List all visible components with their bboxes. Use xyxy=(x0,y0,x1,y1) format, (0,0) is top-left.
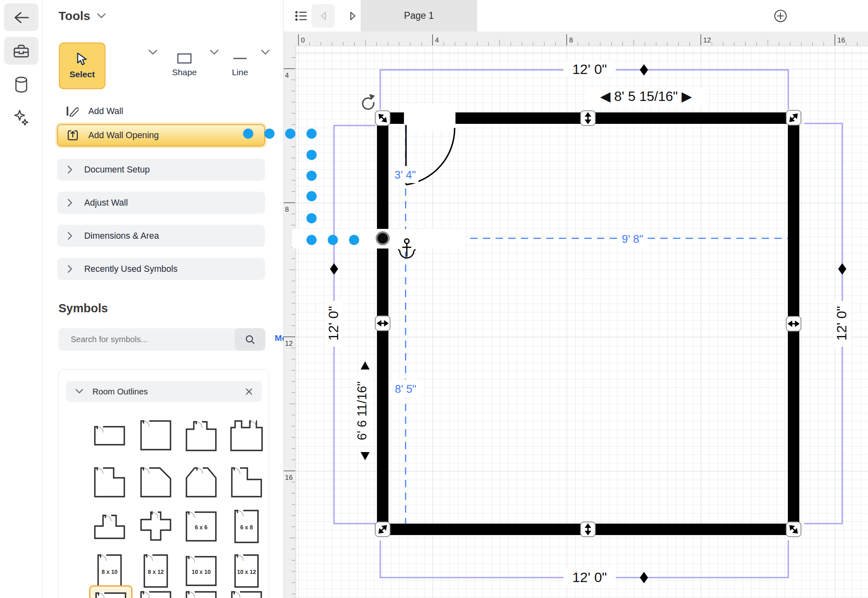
section-label: Recently Used Symbols xyxy=(84,264,177,274)
data-tab[interactable] xyxy=(0,70,42,99)
back-arrow-icon xyxy=(15,13,28,22)
chevron-down-icon xyxy=(97,13,106,19)
next-page-icon xyxy=(350,11,356,20)
svg-text:8 x 10: 8 x 10 xyxy=(102,569,118,575)
section-label: Adjust Wall xyxy=(84,198,128,208)
canvas-grid[interactable] xyxy=(296,46,868,598)
symbol-room-t-shape[interactable] xyxy=(89,506,130,546)
symbol-room-top-bump[interactable] xyxy=(181,414,222,455)
back-button[interactable] xyxy=(0,3,42,32)
section-document-setup[interactable]: Document Setup xyxy=(57,159,265,181)
symbol-room-l-shape[interactable] xyxy=(226,461,267,502)
section-label: Document Setup xyxy=(84,165,150,175)
section-recently-used[interactable]: Recently Used Symbols xyxy=(57,258,265,280)
tool-line[interactable]: Line xyxy=(218,43,262,87)
room-10x10-glyph: 10 x 10 xyxy=(184,553,218,588)
tool-shape[interactable]: Shape xyxy=(162,43,207,87)
room-l-shape-glyph xyxy=(229,464,264,498)
add-wall-label: Add Wall xyxy=(88,106,123,116)
room-rect-wide-glyph xyxy=(92,418,127,452)
toolbox-tab[interactable] xyxy=(0,37,42,65)
search-icon xyxy=(245,334,256,345)
chevron-right-icon xyxy=(67,231,73,240)
symbols-heading: Symbols xyxy=(58,302,108,315)
select-dropdown-chevron[interactable] xyxy=(148,49,158,56)
tab-page-1[interactable]: Page 1 xyxy=(361,0,477,31)
room-double-bump-glyph xyxy=(229,418,264,452)
close-icon[interactable] xyxy=(245,388,253,395)
svg-text:6 x 8: 6 x 8 xyxy=(240,524,253,531)
svg-text:8 x 12: 8 x 12 xyxy=(148,569,164,575)
room-8x10-glyph: 8 x 10 xyxy=(92,553,127,588)
symbol-room-step-corner[interactable] xyxy=(89,461,130,502)
symbol-search-button[interactable] xyxy=(235,328,265,351)
prev-page-button[interactable] xyxy=(312,4,335,27)
section-label: Dimensions & Area xyxy=(84,231,159,241)
chevron-right-icon xyxy=(67,165,73,174)
database-icon xyxy=(14,76,28,93)
prev-page-icon xyxy=(320,11,327,20)
room-cross-glyph xyxy=(139,509,173,543)
room-selected-glyph xyxy=(94,590,128,598)
symbol-room-cross[interactable] xyxy=(135,506,176,546)
tool-select-label: Select xyxy=(70,69,95,79)
tool-select[interactable]: Select xyxy=(59,43,105,89)
symbol-room-double-bump[interactable] xyxy=(226,414,267,455)
vertical-ruler[interactable] xyxy=(284,46,296,598)
page-tab-label: Page 1 xyxy=(404,10,434,21)
add-page-button[interactable] xyxy=(769,4,792,27)
symbol-room-8x10[interactable]: 8 x 10 xyxy=(89,550,130,591)
app-window: { "colors":{"accent_yellow":"#FAD466","y… xyxy=(0,0,868,598)
symbol-room-beveled-corner[interactable] xyxy=(135,461,176,502)
symbol-room-10x12[interactable]: 10 x 12 xyxy=(226,550,267,591)
room-pentagon-glyph xyxy=(184,464,218,498)
add-wall-opening-button[interactable]: Add Wall Opening xyxy=(57,124,265,146)
symbol-room-6x8[interactable]: 6 x 8 xyxy=(226,506,267,546)
sparkles-icon xyxy=(13,110,29,127)
page-list-button[interactable] xyxy=(289,4,313,27)
symbol-room-10x10[interactable]: 10 x 10 xyxy=(181,550,222,591)
section-dimensions-area[interactable]: Dimensions & Area xyxy=(57,225,265,247)
svg-text:10 x 10: 10 x 10 xyxy=(192,569,211,575)
panel-title-row[interactable]: Tools xyxy=(58,9,106,23)
svg-text:6 x 6: 6 x 6 xyxy=(195,524,207,531)
symbol-room[interactable] xyxy=(181,585,222,598)
add-page-icon xyxy=(774,9,787,23)
room-beveled-corner-glyph xyxy=(139,464,173,498)
horizontal-ruler[interactable] xyxy=(284,31,868,46)
room-6x8-glyph: 6 x 8 xyxy=(229,509,264,543)
symbol-room[interactable] xyxy=(226,585,267,598)
svg-text:10 x 12: 10 x 12 xyxy=(237,569,256,575)
symbol-room-6x6[interactable]: 6 x 6 xyxy=(181,506,222,546)
shape-icon xyxy=(177,53,192,64)
room-top-bump-glyph xyxy=(184,418,218,452)
room-outlines-header[interactable]: Room Outlines xyxy=(66,381,262,402)
chevron-right-icon xyxy=(67,264,73,273)
room-glyph xyxy=(184,589,218,598)
line-icon xyxy=(232,53,248,64)
symbol-room-selected[interactable] xyxy=(89,585,132,598)
room-glyph xyxy=(139,589,173,598)
room-6x6-glyph: 6 x 6 xyxy=(184,509,218,543)
page-list-icon xyxy=(295,11,307,21)
room-8x12-glyph: 8 x 12 xyxy=(139,553,173,588)
room-10x12-glyph: 10 x 12 xyxy=(229,553,264,588)
add-wall-icon xyxy=(66,106,79,116)
ai-tab[interactable] xyxy=(0,104,42,132)
room-glyph xyxy=(229,589,264,598)
add-wall-button[interactable]: Add Wall xyxy=(57,101,265,122)
tool-shape-label: Shape xyxy=(172,67,197,77)
icon-rail xyxy=(0,0,43,598)
chevron-right-icon xyxy=(67,198,73,207)
symbol-room-rect-wide[interactable] xyxy=(89,414,130,455)
toolbox-icon xyxy=(13,44,29,58)
add-wall-opening-icon xyxy=(67,130,79,141)
symbol-room-pentagon[interactable] xyxy=(181,461,222,502)
symbol-room-square[interactable] xyxy=(135,414,176,455)
symbol-room-8x12[interactable]: 8 x 12 xyxy=(135,550,176,591)
symbol-room[interactable] xyxy=(135,585,176,598)
chevron-down-icon xyxy=(75,389,83,394)
panel-title: Tools xyxy=(58,9,90,23)
section-adjust-wall[interactable]: Adjust Wall xyxy=(57,192,265,214)
room-square-glyph xyxy=(139,418,173,452)
